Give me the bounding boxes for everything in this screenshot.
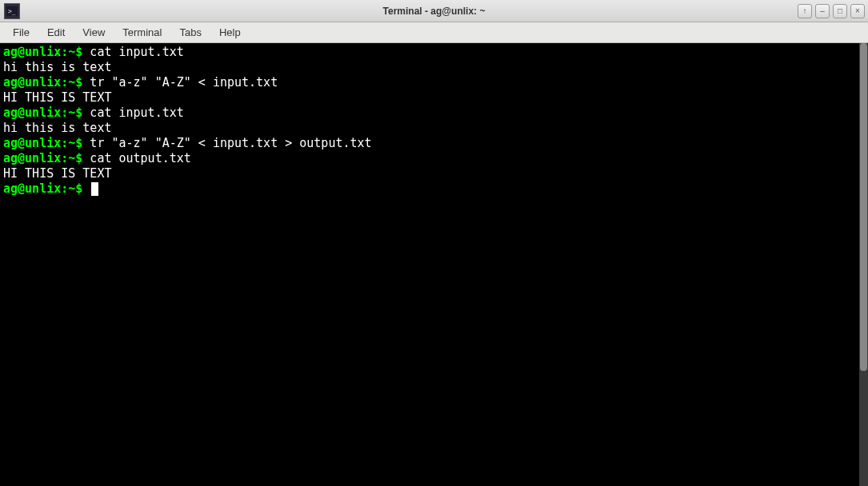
- terminal-line: ag@unlix:~$ cat output.txt: [3, 151, 865, 166]
- menu-view[interactable]: View: [74, 24, 113, 41]
- command-text: tr "a-z" "A-Z" < input.txt: [82, 75, 278, 90]
- svg-text:>_: >_: [8, 8, 16, 15]
- command-text: cat input.txt: [82, 106, 183, 120]
- close-button[interactable]: ×: [850, 4, 865, 18]
- prompt: ag@unlix:~$: [3, 181, 82, 196]
- terminal-icon: >_: [4, 3, 20, 19]
- prompt: ag@unlix:~$: [3, 75, 82, 90]
- minimize-button[interactable]: –: [815, 4, 830, 18]
- cursor-icon: [91, 182, 98, 196]
- stick-button[interactable]: ↑: [798, 4, 812, 18]
- output-text: HI THIS IS TEXT: [3, 90, 111, 105]
- prompt: ag@unlix:~$: [3, 45, 82, 59]
- terminal-line: ag@unlix:~$: [3, 181, 865, 197]
- menu-help[interactable]: Help: [211, 24, 249, 41]
- menu-file[interactable]: File: [5, 24, 38, 41]
- terminal-line: HI THIS IS TEXT: [3, 90, 865, 106]
- scrollbar-track[interactable]: [859, 43, 868, 486]
- terminal-line: ag@unlix:~$ tr "a-z" "A-Z" < input.txt >…: [3, 136, 865, 151]
- menu-tabs[interactable]: Tabs: [171, 24, 209, 41]
- menubar: File Edit View Terminal Tabs Help: [0, 22, 868, 43]
- command-text: cat output.txt: [82, 151, 190, 165]
- output-text: hi this is text: [3, 60, 111, 74]
- command-text: cat input.txt: [82, 45, 183, 59]
- terminal-line: ag@unlix:~$ tr "a-z" "A-Z" < input.txt: [3, 75, 865, 90]
- prompt: ag@unlix:~$: [3, 106, 82, 120]
- terminal-line: ag@unlix:~$ cat input.txt: [3, 106, 865, 121]
- scrollbar-thumb[interactable]: [860, 43, 867, 371]
- output-text: hi this is text: [3, 121, 111, 135]
- window-title: Terminal - ag@unlix: ~: [383, 6, 486, 17]
- terminal-line: HI THIS IS TEXT: [3, 166, 865, 181]
- command-text: tr "a-z" "A-Z" < input.txt > output.txt: [82, 136, 371, 150]
- titlebar: >_ Terminal - ag@unlix: ~ ↑ – □ ×: [0, 0, 868, 22]
- prompt: ag@unlix:~$: [3, 151, 82, 165]
- terminal-output[interactable]: ag@unlix:~$ cat input.txthi this is text…: [0, 43, 868, 486]
- maximize-button[interactable]: □: [833, 4, 847, 18]
- output-text: HI THIS IS TEXT: [3, 166, 111, 181]
- terminal-line: hi this is text: [3, 121, 865, 136]
- terminal-line: hi this is text: [3, 60, 865, 75]
- menu-terminal[interactable]: Terminal: [114, 24, 170, 41]
- window-controls: ↑ – □ ×: [798, 4, 868, 18]
- menu-edit[interactable]: Edit: [39, 24, 73, 41]
- terminal-line: ag@unlix:~$ cat input.txt: [3, 45, 865, 60]
- prompt: ag@unlix:~$: [3, 136, 82, 150]
